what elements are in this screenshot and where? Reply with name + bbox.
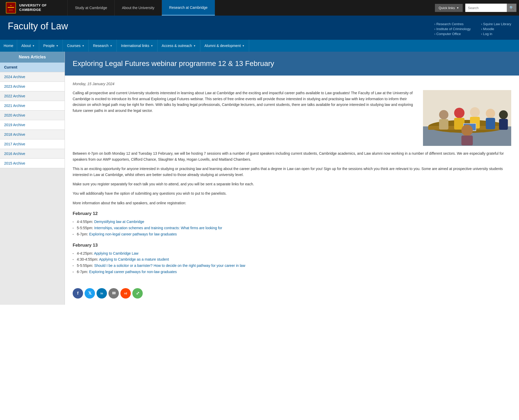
- computer-office-link[interactable]: Computer Office: [434, 32, 470, 36]
- faculty-title: Faculty of Law: [8, 21, 68, 32]
- quick-links-button[interactable]: Quick links ▼: [435, 4, 463, 12]
- secondary-nav: Home About ▼ People ▼ Courses ▼ Research…: [0, 40, 519, 52]
- svg-point-16: [486, 109, 495, 118]
- svg-rect-19: [499, 119, 508, 130]
- email-share-button[interactable]: ✉: [108, 288, 119, 299]
- linkedin-share-button[interactable]: in: [97, 288, 107, 299]
- twitter-icon: 𝕏: [88, 291, 92, 296]
- faculty-header: Faculty of Law Research Centres Institut…: [0, 16, 519, 40]
- svg-rect-23: [461, 136, 473, 145]
- people-dropdown-icon: ▼: [56, 44, 58, 47]
- criminology-link[interactable]: Institute of Criminology: [434, 27, 470, 31]
- list-item: 5-5:55pm: Should I be a solicitor or a b…: [73, 263, 511, 269]
- sidebar-items: Current 2024 Archive 2023 Archive 2022 A…: [0, 63, 65, 168]
- sidebar-item-2015[interactable]: 2015 Archive: [0, 159, 65, 168]
- sidebar-item-2020[interactable]: 2020 Archive: [0, 111, 65, 120]
- sidebar-item-2016[interactable]: 2016 Archive: [0, 149, 65, 159]
- facebook-share-button[interactable]: f: [73, 288, 83, 299]
- svg-rect-1: [6, 3, 15, 13]
- feb12-item-2-time: 6-7pm:: [77, 232, 89, 236]
- reddit-share-button[interactable]: rd: [120, 288, 131, 299]
- list-item: 6-7pm: Exploring non-legal career pathwa…: [73, 231, 511, 238]
- svg-rect-3: [8, 7, 14, 8]
- article-para-2: Between 4-7pm on both Monday 12 and Tues…: [73, 151, 511, 162]
- courses-dropdown-icon: ▼: [82, 44, 85, 47]
- alumni-dropdown-icon: ▼: [242, 44, 245, 47]
- nav-research[interactable]: Research ▼: [89, 40, 117, 52]
- sidebar-item-2017[interactable]: 2017 Archive: [0, 139, 65, 149]
- research-dropdown-icon: ▼: [110, 44, 112, 47]
- twitter-share-button[interactable]: 𝕏: [85, 288, 95, 299]
- search-button[interactable]: 🔍: [507, 4, 516, 12]
- feb13-item-1-link[interactable]: Applying to Cambridge as a mature studen…: [99, 257, 169, 261]
- international-dropdown-icon: ▼: [151, 44, 153, 47]
- nav-international[interactable]: International links ▼: [117, 40, 158, 52]
- svg-rect-17: [486, 118, 495, 129]
- feb12-item-1-link[interactable]: Internships, vacation schemes and traini…: [94, 226, 222, 230]
- nav-home[interactable]: Home: [0, 40, 17, 52]
- svg-text:✦✦✦: ✦✦✦: [9, 9, 13, 11]
- nav-access[interactable]: Access & outreach ▼: [158, 40, 200, 52]
- nav-people[interactable]: People ▼: [39, 40, 63, 52]
- sidebar-item-2024[interactable]: 2024 Archive: [0, 72, 65, 82]
- squire-library-link[interactable]: Squire Law Library: [481, 22, 511, 26]
- university-name: UNIVERSITY OF CAMBRIDGE: [19, 3, 47, 12]
- feb13-item-3-link[interactable]: Exploring legal career pathways for non-…: [89, 270, 177, 274]
- sidebar-item-2021[interactable]: 2021 Archive: [0, 101, 65, 111]
- feb13-item-2-time: 5-5:55pm:: [77, 263, 94, 268]
- feb12-list: 4-4:55pm: Demystifying law at Cambridge …: [73, 219, 511, 237]
- article-body: Monday, 15 January 2024 Calling all pros…: [65, 76, 519, 304]
- list-item: 4:30-4:55pm: Applying to Cambridge as a …: [73, 256, 511, 263]
- top-nav-right: Quick links ▼ 🔍: [432, 0, 519, 16]
- main-content: Exploring Legal Futures webinar programm…: [65, 52, 519, 305]
- feb13-title: February 13: [73, 243, 511, 248]
- research-centres-link[interactable]: Research Centres: [434, 22, 470, 26]
- search-input[interactable]: [465, 4, 507, 12]
- article-para-4: Make sure you register separately for ea…: [73, 181, 511, 187]
- cambridge-shield-icon: ✦ ✦✦✦: [5, 2, 17, 13]
- feb13-item-1-time: 4:30-4:55pm:: [77, 257, 99, 261]
- list-item: 5-5:55pm: Internships, vacation schemes …: [73, 225, 511, 231]
- login-link[interactable]: Log in: [481, 32, 511, 36]
- feb12-item-2-link[interactable]: Exploring non-legal career pathways for …: [89, 232, 177, 236]
- article-para-1: Calling all prospective and current Univ…: [73, 90, 417, 113]
- sidebar-title: News Articles: [0, 52, 65, 63]
- feb13-item-2-link[interactable]: Should I be a solicitor or a barrister? …: [94, 263, 245, 268]
- linkedin-icon: in: [100, 292, 103, 295]
- article-image: [423, 90, 511, 146]
- feb13-item-0-link[interactable]: Applying to Cambridge Law: [94, 251, 138, 255]
- access-dropdown-icon: ▼: [193, 44, 196, 47]
- page-content: News Articles Current 2024 Archive 2023 …: [0, 52, 519, 305]
- share-icon: ⤢: [136, 291, 139, 296]
- svg-point-18: [499, 110, 508, 119]
- article-para-6: More information about the talks and spe…: [73, 200, 511, 206]
- article-para-5: You will additionally have the option of…: [73, 191, 511, 196]
- about-dropdown-icon: ▼: [32, 44, 35, 47]
- facebook-icon: f: [77, 291, 78, 296]
- svg-point-10: [439, 110, 448, 119]
- nav-about[interactable]: About ▼: [17, 40, 39, 52]
- nav-alumni[interactable]: Alumni & development ▼: [200, 40, 249, 52]
- sidebar-item-current[interactable]: Current: [0, 63, 65, 72]
- svg-point-22: [461, 125, 473, 136]
- article-header: Exploring Legal Futures webinar programm…: [65, 52, 519, 76]
- sidebar-item-2019[interactable]: 2019 Archive: [0, 120, 65, 130]
- svg-text:✦: ✦: [10, 5, 12, 6]
- feb13-item-3-time: 6-7pm:: [77, 270, 89, 274]
- feb12-item-0-link[interactable]: Demystifying law at Cambridge: [94, 220, 144, 224]
- sidebar-item-2023[interactable]: 2023 Archive: [0, 82, 65, 91]
- sidebar-item-2018[interactable]: 2018 Archive: [0, 130, 65, 139]
- moodle-link[interactable]: Moodle: [481, 27, 511, 31]
- top-nav-links: Study at Cambridge About the University …: [67, 0, 432, 16]
- nav-study[interactable]: Study at Cambridge: [67, 0, 114, 16]
- top-nav: ✦ ✦✦✦ UNIVERSITY OF CAMBRIDGE Study at C…: [0, 0, 519, 16]
- nav-courses[interactable]: Courses ▼: [63, 40, 89, 52]
- article-photo: [423, 90, 511, 146]
- article-title: Exploring Legal Futures webinar programm…: [73, 59, 511, 68]
- nav-research[interactable]: Research at Cambridge: [162, 0, 215, 16]
- faculty-links-col-2: Squire Law Library Moodle Log in: [481, 22, 511, 36]
- sidebar-item-2022[interactable]: 2022 Archive: [0, 91, 65, 101]
- nav-about[interactable]: About the University: [114, 0, 162, 16]
- faculty-links-col-1: Research Centres Institute of Criminolog…: [434, 22, 470, 36]
- share-button[interactable]: ⤢: [132, 288, 143, 299]
